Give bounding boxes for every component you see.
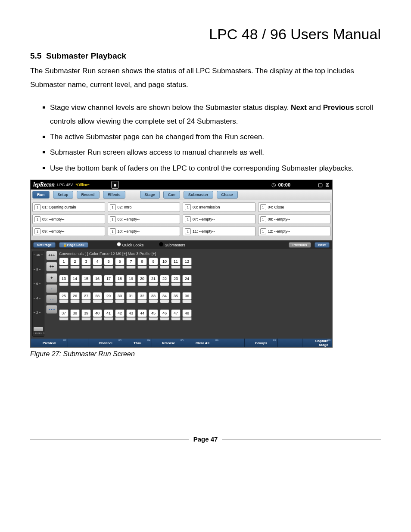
tab-setup[interactable]: Setup <box>53 191 73 199</box>
channel[interactable]: 41 <box>104 309 113 320</box>
channel[interactable]: 40 <box>93 309 102 320</box>
channel[interactable]: 34 <box>160 292 169 303</box>
channel[interactable]: 12 <box>182 258 192 269</box>
fkey-release[interactable]: ReleaseF5 <box>152 339 185 347</box>
channel[interactable]: 9 <box>149 258 158 269</box>
tab-submaster[interactable]: Submaster <box>184 191 213 199</box>
fkey-channel[interactable]: ChannelF3 <box>88 339 123 347</box>
increment-button[interactable]: + <box>46 273 57 283</box>
channel[interactable]: 28 <box>93 292 102 303</box>
channel[interactable]: 39 <box>81 309 91 320</box>
channel[interactable]: 13 <box>59 275 68 286</box>
channel-level-bar <box>93 317 102 320</box>
channel-number: 24 <box>182 275 192 283</box>
list-item: Use the bottom bank of faders on the LPC… <box>50 162 381 175</box>
submaster-label: 04: Close <box>268 205 284 209</box>
channel[interactable]: 4 <box>93 258 102 269</box>
submaster-cell[interactable]: 109: --empty-- <box>32 227 105 236</box>
channel-number: 38 <box>70 309 80 317</box>
channel[interactable]: 14 <box>70 275 80 286</box>
close-icon[interactable]: ⊠ <box>325 182 330 188</box>
channel[interactable]: 35 <box>171 292 181 303</box>
channel[interactable]: 45 <box>149 309 158 320</box>
channel[interactable]: 29 <box>104 292 113 303</box>
channel[interactable]: 15 <box>81 275 91 286</box>
channel[interactable]: 42 <box>115 309 125 320</box>
channel[interactable]: 23 <box>171 275 181 286</box>
channel[interactable]: 33 <box>149 292 158 303</box>
channel[interactable]: 26 <box>70 292 80 303</box>
channel[interactable]: 19 <box>126 275 136 286</box>
submaster-cell[interactable]: 111: --empty-- <box>183 227 255 236</box>
channel[interactable]: 44 <box>137 309 147 320</box>
next-button[interactable]: Next <box>314 242 330 248</box>
fkey-preview[interactable]: PreviewF2 <box>31 339 68 347</box>
channel[interactable]: 6 <box>115 258 125 269</box>
maximize-icon[interactable]: ▢ <box>318 182 323 188</box>
channel[interactable]: 24 <box>182 275 192 286</box>
submaster-cell[interactable]: 106: --empty-- <box>108 215 181 224</box>
channel[interactable]: 7 <box>126 258 136 269</box>
channel[interactable]: 17 <box>104 275 113 286</box>
decrement-button[interactable]: - - - <box>46 305 57 314</box>
minimize-icon[interactable]: — <box>310 182 315 188</box>
set-page-button[interactable]: Set Page <box>33 242 56 248</box>
submaster-cell[interactable]: 103: Intermission <box>183 202 255 212</box>
channel[interactable]: 22 <box>160 275 169 286</box>
page-lock-button[interactable]: 🔒Page Lock <box>59 242 88 248</box>
channel[interactable]: 25 <box>59 292 68 303</box>
channel[interactable]: 27 <box>81 292 91 303</box>
channel[interactable]: 46 <box>160 309 169 320</box>
tab-cue[interactable]: Cue <box>163 191 180 199</box>
channel-level-bar <box>126 283 136 286</box>
channel[interactable]: 30 <box>115 292 125 303</box>
level-slider-handle[interactable] <box>34 327 43 331</box>
submaster-cell[interactable]: 101: Opening curtain <box>32 202 105 212</box>
previous-button[interactable]: Previous <box>289 242 311 248</box>
fkey-capture-stage[interactable]: Capture StageF8 <box>302 339 332 347</box>
fkey-clear-all[interactable]: Clear AllF6 <box>185 339 220 347</box>
channel[interactable]: 36 <box>182 292 192 303</box>
decrement-button[interactable]: - <box>46 284 57 293</box>
channel[interactable]: 5 <box>104 258 113 269</box>
channel[interactable]: 37 <box>59 309 68 320</box>
channel[interactable]: 38 <box>70 309 80 320</box>
channel[interactable]: 18 <box>115 275 125 286</box>
tab-chase[interactable]: Chase <box>217 191 238 199</box>
channel[interactable]: 1 <box>59 258 68 269</box>
channel[interactable]: 8 <box>137 258 147 269</box>
channel[interactable]: 47 <box>171 309 181 320</box>
channel[interactable]: 21 <box>149 275 158 286</box>
channel[interactable]: 31 <box>126 292 136 303</box>
increment-button[interactable]: ++ <box>46 262 57 271</box>
fkey-thru[interactable]: ThruF4 <box>123 339 152 347</box>
channel[interactable]: 43 <box>126 309 136 320</box>
fkey-groups[interactable]: GroupsF7 <box>245 339 278 347</box>
channel[interactable]: 3 <box>81 258 91 269</box>
channel[interactable]: 10 <box>160 258 169 269</box>
submaster-label: 09: --empty-- <box>42 229 65 233</box>
quick-looks-radio[interactable]: Quick Looks <box>117 242 144 247</box>
decrement-button[interactable]: - - <box>46 295 57 303</box>
tab-effects[interactable]: Effects <box>103 191 125 199</box>
submaster-cell[interactable]: 104: Close <box>258 202 331 212</box>
channel-level-bar <box>115 300 125 303</box>
increment-button[interactable]: +++ <box>46 251 57 260</box>
submaster-cell[interactable]: 108: --empty-- <box>258 215 331 224</box>
submaster-cell[interactable]: 105: --empty-- <box>32 215 105 224</box>
submaster-cell[interactable]: 102: Intro <box>108 202 181 212</box>
tab-record[interactable]: Record <box>77 191 100 199</box>
submaster-cell[interactable]: 112: --empty-- <box>258 227 331 236</box>
channel[interactable]: 32 <box>137 292 147 303</box>
tab-run[interactable]: Run <box>32 191 50 199</box>
submasters-radio[interactable]: Submasters <box>159 242 185 247</box>
channel[interactable]: 16 <box>93 275 102 286</box>
channel[interactable]: 11 <box>171 258 181 269</box>
submaster-cell[interactable]: 110: --empty-- <box>108 227 181 236</box>
face-icon[interactable]: ☻ <box>111 181 119 189</box>
channel[interactable]: 20 <box>137 275 147 286</box>
tab-stage[interactable]: Stage <box>140 191 160 199</box>
channel[interactable]: 48 <box>182 309 192 320</box>
submaster-cell[interactable]: 107: --empty-- <box>183 215 255 224</box>
channel[interactable]: 2 <box>70 258 80 269</box>
